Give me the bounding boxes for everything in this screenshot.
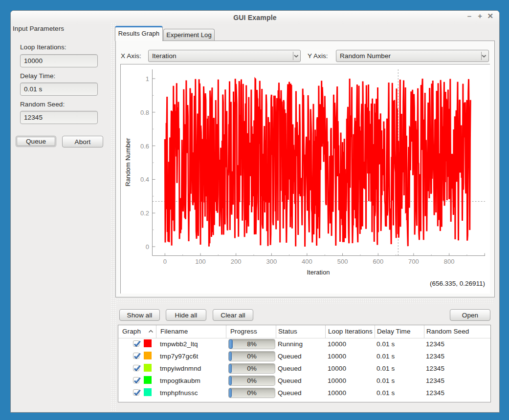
svg-text:1: 1 [146,75,149,83]
svg-text:600: 600 [373,258,383,265]
svg-text:500: 500 [337,258,348,265]
svg-text:0: 0 [163,258,167,265]
svg-text:100: 100 [195,258,206,265]
svg-text:0.8: 0.8 [140,109,149,116]
svg-text:700: 700 [408,258,419,265]
svg-text:(656.335, 0.26911): (656.335, 0.26911) [430,280,485,287]
svg-text:0.4: 0.4 [140,176,149,183]
svg-text:800: 800 [444,258,455,265]
svg-text:400: 400 [302,258,312,265]
svg-text:Random Number: Random Number [124,138,132,187]
svg-text:0.2: 0.2 [140,210,149,217]
svg-text:200: 200 [231,258,242,265]
svg-text:0: 0 [146,243,149,251]
svg-text:0.6: 0.6 [140,143,149,150]
svg-text:Iteration: Iteration [307,269,330,276]
svg-text:300: 300 [266,258,277,265]
